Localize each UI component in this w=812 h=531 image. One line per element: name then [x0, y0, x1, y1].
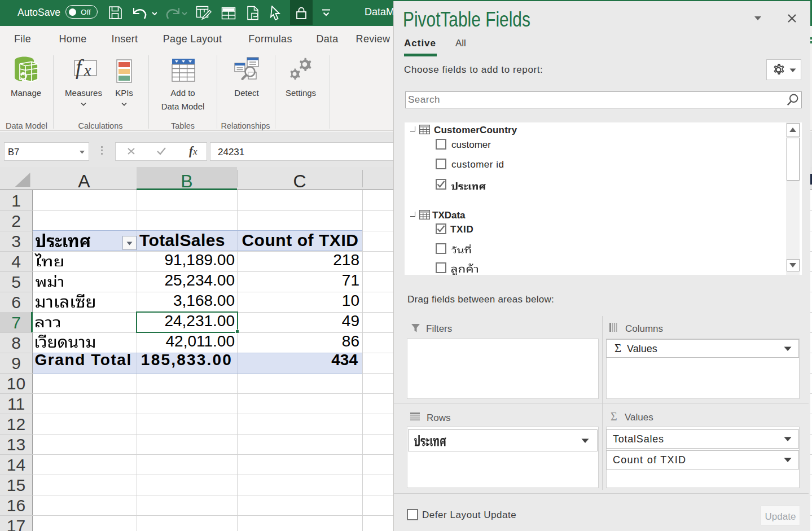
svg-text:x: x	[84, 62, 91, 79]
